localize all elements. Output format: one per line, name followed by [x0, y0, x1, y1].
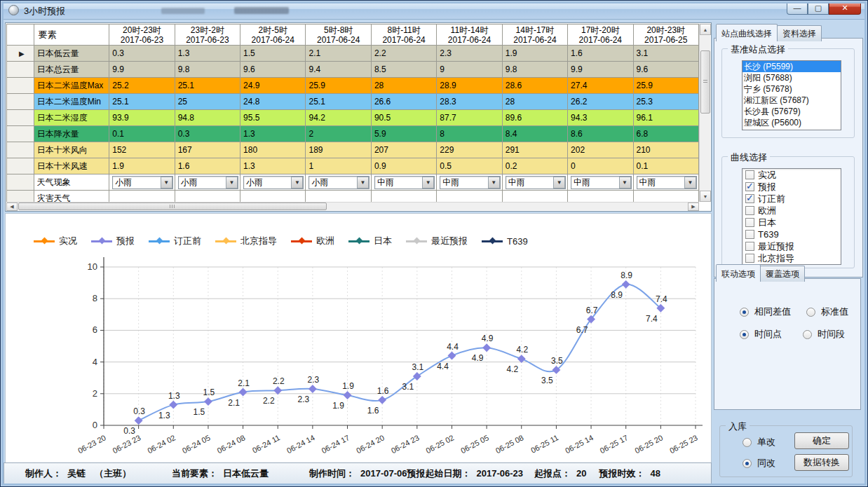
table-cell[interactable]: 0.1 — [109, 126, 175, 142]
table-cell[interactable]: 25 — [175, 94, 240, 110]
table-cell[interactable]: 小雨▼ — [306, 174, 371, 191]
chevron-down-icon[interactable]: ▼ — [357, 177, 369, 188]
table-cell[interactable]: 189 — [306, 142, 371, 158]
row-selector[interactable] — [7, 191, 34, 203]
table-cell[interactable]: 中雨▼ — [371, 174, 436, 191]
table-cell[interactable]: 0.1 — [633, 158, 698, 174]
checkbox-icon[interactable] — [745, 230, 754, 239]
table-cell[interactable]: 小雨▼ — [175, 174, 240, 191]
table-cell[interactable]: 2 — [306, 126, 371, 142]
curve-option[interactable]: 北京指导 — [742, 252, 841, 264]
weather-dropdown[interactable]: 中雨▼ — [506, 176, 566, 189]
curve-listbox[interactable]: 实况预报订正前欧洲日本T639最近预报北京指导 — [742, 168, 841, 265]
table-cell[interactable]: 25.2 — [109, 78, 175, 94]
table-cell[interactable]: 8.6 — [568, 126, 633, 142]
tab-联动选项[interactable]: 联动选项 — [716, 264, 761, 282]
row-selector[interactable]: ▶ — [7, 46, 34, 62]
row-selector[interactable] — [7, 142, 34, 158]
weather-dropdown[interactable]: 中雨▼ — [571, 176, 631, 189]
data-convert-button[interactable]: 数据转换 — [794, 454, 849, 471]
scrollbar-thumb[interactable] — [18, 203, 327, 210]
table-cell[interactable]: 94.2 — [306, 110, 371, 126]
table-cell[interactable]: 9.8 — [175, 62, 240, 78]
table-cell[interactable]: 25.9 — [306, 78, 371, 94]
radio-icon[interactable] — [740, 330, 749, 339]
chevron-down-icon[interactable]: ▼ — [619, 177, 631, 188]
table-cell[interactable]: 87.7 — [437, 110, 502, 126]
table-cell[interactable]: 25.1 — [109, 94, 175, 110]
table-cell[interactable] — [502, 191, 567, 203]
row-selector[interactable] — [7, 174, 34, 191]
table-cell[interactable]: 1.3 — [240, 158, 306, 174]
table-cell[interactable] — [437, 191, 502, 203]
table-cell[interactable]: 28.3 — [437, 94, 502, 110]
table-cell[interactable]: 24.8 — [240, 94, 306, 110]
table-cell[interactable]: 167 — [175, 142, 240, 158]
table-cell[interactable]: 152 — [109, 142, 175, 158]
table-cell[interactable]: 8.4 — [502, 126, 567, 142]
table-cell[interactable]: 229 — [437, 142, 502, 158]
table-cell[interactable]: 1.3 — [175, 46, 240, 62]
table-cell[interactable]: 0.9 — [371, 158, 436, 174]
table-cell[interactable]: 9.9 — [109, 62, 175, 78]
table-cell[interactable] — [240, 191, 306, 203]
station-list-item[interactable]: 宁乡 (57678) — [742, 83, 841, 95]
table-cell[interactable]: 25.1 — [175, 78, 240, 94]
weather-dropdown[interactable]: 小雨▼ — [112, 176, 172, 189]
chevron-down-icon[interactable]: ▼ — [488, 177, 500, 188]
table-cell[interactable] — [633, 191, 698, 203]
table-cell[interactable]: 210 — [633, 142, 698, 158]
table-cell[interactable]: 中雨▼ — [568, 174, 633, 191]
table-cell[interactable]: 291 — [502, 142, 567, 158]
table-cell[interactable]: 小雨▼ — [109, 174, 175, 191]
table-cell[interactable]: 25.9 — [633, 78, 698, 94]
checkbox-icon[interactable] — [745, 170, 754, 179]
row-selector[interactable] — [7, 126, 34, 142]
table-cell[interactable]: 2.2 — [371, 46, 436, 62]
checkbox-icon[interactable] — [745, 194, 754, 203]
table-cell[interactable]: 90.5 — [371, 110, 436, 126]
radio-icon[interactable] — [742, 438, 752, 447]
checkbox-icon[interactable] — [745, 182, 754, 191]
table-cell[interactable]: 1.9 — [109, 158, 175, 174]
title-bar[interactable]: 3小时预报 — ▢ ✕ — [1, 1, 867, 20]
table-cell[interactable]: 9.6 — [240, 62, 306, 78]
weather-dropdown[interactable]: 小雨▼ — [308, 176, 369, 189]
table-cell[interactable]: 1.6 — [175, 158, 240, 174]
table-cell[interactable]: 0.2 — [502, 158, 567, 174]
table-cell[interactable]: 28 — [371, 78, 436, 94]
tab-站点曲线选择[interactable]: 站点曲线选择 — [716, 24, 778, 41]
table-cell[interactable]: 93.9 — [109, 110, 175, 126]
table-cell[interactable]: 9.6 — [633, 62, 698, 78]
table-cell[interactable]: 9.9 — [568, 62, 633, 78]
scroll-left-icon[interactable]: ◀ — [6, 203, 18, 211]
table-cell[interactable]: 28 — [502, 94, 567, 110]
station-list-item[interactable]: 长沙 (P5599) — [742, 61, 841, 72]
table-cell[interactable]: 0.3 — [175, 126, 240, 142]
table-cell[interactable] — [109, 191, 175, 203]
table-cell[interactable]: 0.5 — [437, 158, 502, 174]
table-cell[interactable]: 94.3 — [568, 110, 633, 126]
table-cell[interactable]: 25.1 — [306, 94, 371, 110]
table-cell[interactable]: 5.9 — [371, 126, 436, 142]
table-cell[interactable] — [568, 191, 633, 203]
table-cell[interactable]: 中雨▼ — [502, 174, 567, 191]
curve-option[interactable]: 预报 — [742, 181, 841, 193]
close-button[interactable]: ✕ — [829, 1, 861, 15]
table-cell[interactable]: 1.9 — [502, 46, 567, 62]
table-cell[interactable]: 9.8 — [502, 62, 567, 78]
grid-horizontal-scrollbar[interactable]: ◀ ▶ — [6, 202, 699, 210]
table-cell[interactable]: 202 — [568, 142, 633, 158]
row-selector[interactable] — [7, 62, 34, 78]
table-cell[interactable] — [175, 191, 240, 203]
table-cell[interactable]: 94.8 — [175, 110, 240, 126]
table-cell[interactable]: 8 — [437, 126, 502, 142]
table-cell[interactable]: 95.5 — [240, 110, 306, 126]
row-selector[interactable] — [7, 110, 34, 126]
weather-dropdown[interactable]: 中雨▼ — [440, 176, 500, 189]
chevron-down-icon[interactable]: ▼ — [291, 177, 303, 188]
table-cell[interactable]: 中雨▼ — [437, 174, 502, 191]
checkbox-icon[interactable] — [745, 218, 754, 227]
grid-vertical-scrollbar[interactable]: ▲ ▼ — [699, 24, 710, 202]
weather-dropdown[interactable]: 小雨▼ — [178, 176, 238, 189]
